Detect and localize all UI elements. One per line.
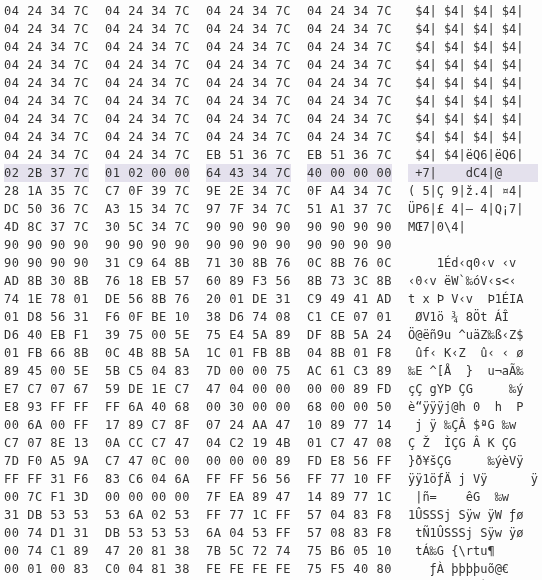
hex-cell[interactable]: 7D F0 A5 9A bbox=[4, 452, 89, 470]
hex-cell[interactable]: C1 CE 07 01 bbox=[307, 308, 392, 326]
hex-cell[interactable]: 04 24 34 7C bbox=[307, 56, 392, 74]
hex-cell[interactable]: C7 0F 39 7C bbox=[105, 182, 190, 200]
hex-cell[interactable]: 57 08 83 F8 bbox=[307, 524, 392, 542]
ascii-cell[interactable] bbox=[408, 236, 538, 254]
hex-cell[interactable]: A3 15 34 7C bbox=[105, 200, 190, 218]
hex-cell[interactable]: 90 90 90 90 bbox=[4, 254, 89, 272]
hex-cell[interactable]: FF 77 10 FF bbox=[307, 470, 392, 488]
hex-cell[interactable]: 00 00 00 89 bbox=[206, 452, 291, 470]
ascii-cell[interactable]: 1Éd‹q0‹v ‹v bbox=[408, 254, 538, 272]
hex-cell[interactable]: 31 DB 53 53 bbox=[4, 506, 89, 524]
hex-cell[interactable]: 90 90 90 90 bbox=[206, 218, 291, 236]
hex-cell[interactable]: C9 49 41 AD bbox=[307, 290, 392, 308]
hex-cell[interactable]: 83 C6 04 6A bbox=[105, 470, 190, 488]
hex-cell[interactable]: 7B 5C 72 74 bbox=[206, 542, 291, 560]
hex-cell[interactable]: 64 43 34 7C bbox=[206, 164, 291, 182]
hex-cell[interactable]: 04 24 34 7C bbox=[105, 92, 190, 110]
hex-cell[interactable]: DB 53 53 53 bbox=[105, 524, 190, 542]
hex-cell[interactable]: 04 24 34 7C bbox=[4, 128, 89, 146]
ascii-cell[interactable]: tÑ1ÛSSSj Sÿw ÿø bbox=[408, 524, 538, 542]
hex-cell[interactable]: 74 1E 78 01 bbox=[4, 290, 89, 308]
hex-cell[interactable]: DC 50 36 7C bbox=[4, 200, 89, 218]
hex-cell[interactable]: 97 7F 34 7C bbox=[206, 200, 291, 218]
hex-cell[interactable]: 04 24 34 7C bbox=[105, 110, 190, 128]
hex-cell[interactable]: FF 77 1C FF bbox=[206, 506, 291, 524]
ascii-cell[interactable]: è“ÿÿÿj@h 0 h P bbox=[408, 398, 538, 416]
ascii-cell[interactable]: ÜP6|£ 4|— 4|Q¡7| bbox=[408, 200, 538, 218]
hex-cell[interactable]: 38 D6 74 08 bbox=[206, 308, 291, 326]
hex-cell[interactable]: 00 74 D1 31 bbox=[4, 524, 89, 542]
ascii-cell[interactable]: ØV1ö ¾ 8Öt ÁÎ bbox=[408, 308, 538, 326]
hex-cell[interactable]: 04 8B 01 F8 bbox=[307, 344, 392, 362]
ascii-cell[interactable]: $4| $4| $4| $4| bbox=[408, 110, 538, 128]
hex-cell[interactable]: 4D 8C 37 7C bbox=[4, 218, 89, 236]
ascii-cell[interactable]: tÁ‰G {\rtu¶ bbox=[408, 542, 538, 560]
hex-cell[interactable]: 04 24 34 7C bbox=[105, 74, 190, 92]
hex-cell[interactable]: 30 5C 34 7C bbox=[105, 218, 190, 236]
hex-cell[interactable]: 04 24 34 7C bbox=[206, 38, 291, 56]
hex-cell[interactable]: EB 51 36 7C bbox=[307, 146, 392, 164]
hex-cell[interactable]: 04 24 34 7C bbox=[4, 92, 89, 110]
hex-cell[interactable]: 01 D8 56 31 bbox=[4, 308, 89, 326]
hex-cell[interactable]: 5B C5 04 83 bbox=[105, 362, 190, 380]
ascii-cell[interactable]: $4| $4| $4| $4| bbox=[408, 74, 538, 92]
hex-cell[interactable]: DF 8B 5A 24 bbox=[307, 326, 392, 344]
hex-cell[interactable]: 02 2B 37 7C bbox=[4, 164, 89, 182]
hex-cell[interactable]: 14 89 77 1C bbox=[307, 488, 392, 506]
hex-cell[interactable]: 04 24 34 7C bbox=[4, 2, 89, 20]
hex-cell[interactable]: 17 89 C7 8F bbox=[105, 416, 190, 434]
ascii-cell[interactable]: 1ÛSSSj Sÿw ÿW ƒø bbox=[408, 506, 538, 524]
hex-cell[interactable]: 47 04 00 00 bbox=[206, 380, 291, 398]
ascii-cell[interactable]: $4| $4| $4| $4| bbox=[408, 2, 538, 20]
hex-cell[interactable]: 04 24 34 7C bbox=[206, 74, 291, 92]
hex-cell[interactable]: 04 24 34 7C bbox=[4, 110, 89, 128]
ascii-cell[interactable]: t x Þ V‹v Þ1ÉIA­ bbox=[408, 290, 538, 308]
hex-cell[interactable]: 59 DE 1E C7 bbox=[105, 380, 190, 398]
hex-cell[interactable]: 47 20 81 38 bbox=[105, 542, 190, 560]
hex-cell[interactable]: E7 C7 07 67 bbox=[4, 380, 89, 398]
ascii-cell[interactable]: $4| $4|ëQ6|ëQ6| bbox=[408, 146, 538, 164]
hex-column-0[interactable]: 04 24 34 7C04 24 34 7C04 24 34 7C04 24 3… bbox=[0, 0, 93, 580]
ascii-cell[interactable]: ƒÀ þþþþuõ@€ bbox=[408, 560, 538, 578]
ascii-cell[interactable]: }ð¥šÇG ‰ýèVÿ bbox=[408, 452, 538, 470]
hex-cell[interactable]: FF FF 56 56 bbox=[206, 470, 291, 488]
hex-cell[interactable]: 75 B6 05 10 bbox=[307, 542, 392, 560]
hex-cell[interactable]: 68 00 00 50 bbox=[307, 398, 392, 416]
hex-cell[interactable]: 28 1A 35 7C bbox=[4, 182, 89, 200]
hex-cell[interactable]: 9E 2E 34 7C bbox=[206, 182, 291, 200]
hex-cell[interactable]: D6 40 EB F1 bbox=[4, 326, 89, 344]
hex-cell[interactable]: 00 00 00 00 bbox=[105, 488, 190, 506]
hex-cell[interactable]: 04 24 34 7C bbox=[105, 128, 190, 146]
hex-column-2[interactable]: 04 24 34 7C04 24 34 7C04 24 34 7C04 24 3… bbox=[202, 0, 295, 580]
hex-cell[interactable]: 04 24 34 7C bbox=[105, 20, 190, 38]
ascii-cell[interactable]: $4| $4| $4| $4| bbox=[408, 128, 538, 146]
ascii-cell[interactable]: j ÿ ‰ÇÂ $ªG ‰w bbox=[408, 416, 538, 434]
hex-cell[interactable]: 04 24 34 7C bbox=[105, 2, 190, 20]
ascii-cell[interactable]: ( 5|Ç 9|ž.4| ¤4| bbox=[408, 182, 538, 200]
hex-cell[interactable]: 6A 04 53 FF bbox=[206, 524, 291, 542]
ascii-cell[interactable]: $4| $4| $4| $4| bbox=[408, 56, 538, 74]
hex-cell[interactable]: 01 FB 66 8B bbox=[4, 344, 89, 362]
hex-cell[interactable]: 04 24 34 7C bbox=[206, 92, 291, 110]
hex-cell[interactable]: 00 7C F1 3D bbox=[4, 488, 89, 506]
ascii-cell[interactable]: ‰E ^[Å } u¬aÃ‰ bbox=[408, 362, 538, 380]
hex-cell[interactable]: 0C 8B 76 0C bbox=[307, 254, 392, 272]
hex-cell[interactable]: 04 24 34 7C bbox=[4, 56, 89, 74]
hex-cell[interactable]: 7F EA 89 47 bbox=[206, 488, 291, 506]
hex-cell[interactable]: 89 45 00 5E bbox=[4, 362, 89, 380]
hex-cell[interactable]: 75 E4 5A 89 bbox=[206, 326, 291, 344]
hex-cell[interactable]: 04 24 34 7C bbox=[206, 110, 291, 128]
hex-cell[interactable]: EB 51 36 7C bbox=[206, 146, 291, 164]
hex-cell[interactable]: 04 24 34 7C bbox=[4, 74, 89, 92]
hex-cell[interactable]: 04 24 34 7C bbox=[307, 110, 392, 128]
hex-cell[interactable]: F6 0F BE 10 bbox=[105, 308, 190, 326]
hex-cell[interactable]: 7D 00 00 75 bbox=[206, 362, 291, 380]
hex-cell[interactable]: FD E8 56 FF bbox=[307, 452, 392, 470]
hex-cell[interactable]: 04 24 34 7C bbox=[4, 146, 89, 164]
hex-cell[interactable]: 76 18 EB 57 bbox=[105, 272, 190, 290]
hex-cell[interactable]: 51 A1 37 7C bbox=[307, 200, 392, 218]
ascii-cell[interactable]: +7| dC4|@ bbox=[408, 164, 538, 182]
hex-cell[interactable]: 04 24 34 7C bbox=[105, 146, 190, 164]
hex-cell[interactable]: 04 C2 19 4B bbox=[206, 434, 291, 452]
hex-cell[interactable]: E8 93 FF FF bbox=[4, 398, 89, 416]
